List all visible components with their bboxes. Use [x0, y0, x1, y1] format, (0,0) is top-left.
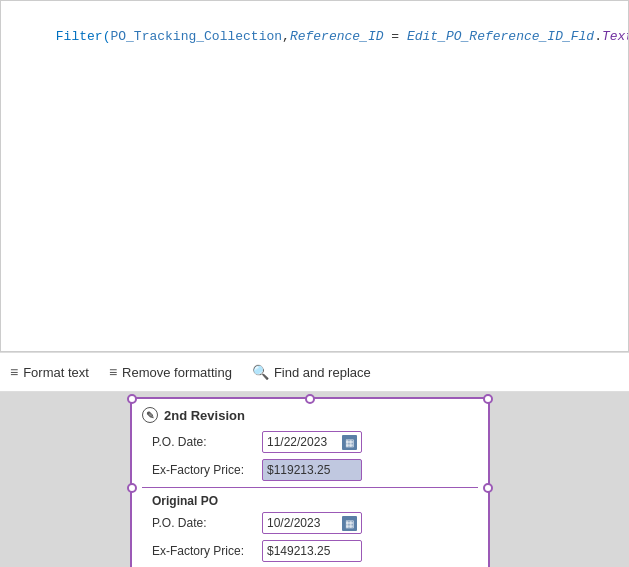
equals: = — [384, 29, 407, 44]
ex-factory-row-1: Ex-Factory Price: $119213.25 — [142, 459, 478, 481]
ex-factory-label-1: Ex-Factory Price: — [152, 463, 262, 477]
find-replace-label: Find and replace — [274, 365, 371, 380]
collection-name: PO_Tracking_Collection — [110, 29, 282, 44]
dot: . — [594, 29, 602, 44]
po-date-value-2: 10/2/2023 — [267, 516, 320, 530]
po-date-row-1: P.O. Date: 11/22/2023 ▦ — [142, 431, 478, 453]
search-icon: 🔍 — [252, 364, 269, 380]
ex-factory-input-2[interactable]: $149213.25 — [262, 540, 362, 562]
ex-factory-label-2: Ex-Factory Price: — [152, 544, 262, 558]
po-date-label-1: P.O. Date: — [152, 435, 262, 449]
section-divider — [142, 487, 478, 488]
handle-top-middle[interactable] — [305, 394, 315, 404]
calendar-icon-1: ▦ — [342, 435, 357, 450]
keyword-filter: Filter — [56, 29, 103, 44]
calendar-icon-2: ▦ — [342, 516, 357, 531]
po-date-input-1[interactable]: 11/22/2023 ▦ — [262, 431, 362, 453]
handle-top-right[interactable] — [483, 394, 493, 404]
section2-title: Original PO — [152, 494, 218, 508]
format-text-icon: ≡ — [10, 364, 18, 380]
canvas-area: ✎ 2nd Revision P.O. Date: 11/22/2023 ▦ E… — [0, 392, 629, 567]
code-editor[interactable]: Filter(PO_Tracking_Collection,Reference_… — [0, 0, 629, 352]
form-widget[interactable]: ✎ 2nd Revision P.O. Date: 11/22/2023 ▦ E… — [130, 397, 490, 567]
handle-middle-left[interactable] — [127, 483, 137, 493]
find-replace-button[interactable]: 🔍 Find and replace — [252, 364, 371, 380]
ex-factory-value-2: $149213.25 — [267, 544, 330, 558]
field-name: Reference_ID — [290, 29, 384, 44]
format-text-label: Format text — [23, 365, 89, 380]
control-name: Edit_PO_Reference_ID_Fld — [407, 29, 594, 44]
property-name: Text — [602, 29, 629, 44]
section1-header: ✎ 2nd Revision — [142, 407, 478, 423]
code-line-1: Filter(PO_Tracking_Collection,Reference_… — [9, 7, 620, 66]
main-container: Filter(PO_Tracking_Collection,Reference_… — [0, 0, 629, 567]
handle-middle-right[interactable] — [483, 483, 493, 493]
po-date-row-2: P.O. Date: 10/2/2023 ▦ — [142, 512, 478, 534]
remove-formatting-button[interactable]: ≡ Remove formatting — [109, 364, 232, 380]
section1-title: 2nd Revision — [164, 408, 245, 423]
format-text-button[interactable]: ≡ Format text — [10, 364, 89, 380]
ex-factory-row-2: Ex-Factory Price: $149213.25 — [142, 540, 478, 562]
section2-header: Original PO — [152, 494, 478, 508]
section1-icon: ✎ — [142, 407, 158, 423]
po-date-label-2: P.O. Date: — [152, 516, 262, 530]
handle-top-left[interactable] — [127, 394, 137, 404]
ex-factory-value-1: $119213.25 — [267, 463, 330, 477]
remove-formatting-label: Remove formatting — [122, 365, 232, 380]
comma: , — [282, 29, 290, 44]
po-date-value-1: 11/22/2023 — [267, 435, 327, 449]
po-date-input-2[interactable]: 10/2/2023 ▦ — [262, 512, 362, 534]
toolbar: ≡ Format text ≡ Remove formatting 🔍 Find… — [0, 352, 629, 392]
ex-factory-input-1[interactable]: $119213.25 — [262, 459, 362, 481]
remove-formatting-icon: ≡ — [109, 364, 117, 380]
